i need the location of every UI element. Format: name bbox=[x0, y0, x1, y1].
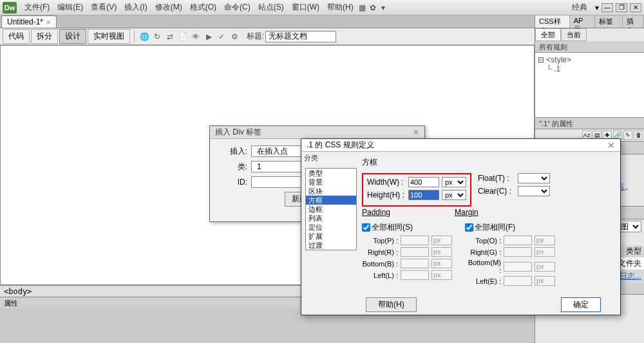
category-list[interactable]: 类型 背景 区块 方框 边框 列表 定位 扩展 过渡 bbox=[305, 168, 357, 250]
tag-path[interactable]: <body> bbox=[4, 287, 32, 296]
menu-view[interactable]: 查看(V) bbox=[87, 1, 120, 14]
cat-box[interactable]: 方框 bbox=[306, 196, 356, 205]
menu-format[interactable]: 格式(O) bbox=[186, 1, 220, 14]
css-rule-close-icon[interactable]: ✕ bbox=[607, 140, 615, 151]
p-top-input[interactable] bbox=[401, 236, 429, 245]
p-left-input[interactable] bbox=[401, 270, 429, 280]
view-live-button[interactable]: 实时视图 bbox=[88, 29, 130, 44]
p-top-label: Top(P) : bbox=[362, 237, 398, 245]
menu-edit[interactable]: 编辑(E) bbox=[53, 1, 87, 14]
document-tab[interactable]: Untitled-1* ✕ bbox=[1, 15, 57, 28]
workspace-dropdown-icon[interactable]: ▾ bbox=[595, 3, 599, 12]
padding-same-checkbox[interactable] bbox=[362, 223, 370, 232]
p-top-unit[interactable]: px bbox=[431, 236, 452, 245]
margin-column: 全部相同(F) Top(O) :px Right(G) :px Bottom(M… bbox=[465, 222, 555, 288]
help-button[interactable]: 帮助(H) bbox=[366, 297, 417, 312]
check-icon[interactable]: ✓ bbox=[216, 31, 227, 42]
css-rule-dialog: .1 的 CSS 规则定义 ✕ 分类 类型 背景 区块 方框 边框 列表 定位 … bbox=[301, 138, 621, 315]
title-label: 标题: bbox=[247, 31, 264, 42]
gear-icon[interactable]: ✿ bbox=[368, 3, 378, 13]
menu-commands[interactable]: 命令(C) bbox=[220, 1, 254, 14]
p-bottom-unit[interactable]: px bbox=[431, 259, 452, 268]
float-select[interactable] bbox=[518, 173, 550, 183]
layout-icon[interactable]: ▦ bbox=[357, 3, 368, 13]
preview-icon[interactable]: ▶ bbox=[203, 31, 214, 42]
tab-css-styles[interactable]: CSS样式 bbox=[535, 15, 570, 28]
tab-label: Untitled-1* bbox=[7, 17, 43, 26]
filter-current-button[interactable]: 当前 bbox=[561, 28, 587, 41]
log-link[interactable]: 日志... bbox=[620, 271, 641, 282]
box-settings-panel: 方框 Width(W) : px Height(H) : px bbox=[357, 152, 620, 293]
menu-window[interactable]: 窗口(W) bbox=[288, 1, 323, 14]
menu-modify[interactable]: 修改(M) bbox=[151, 1, 186, 14]
filter-all-button[interactable]: 全部 bbox=[535, 28, 561, 41]
ok-button[interactable]: 确定 bbox=[561, 297, 601, 312]
clear-label: Clear(C) : bbox=[478, 187, 515, 196]
padding-same-label: 全部相同(S) bbox=[372, 222, 413, 233]
browse-icon[interactable]: 🌐 bbox=[138, 31, 150, 42]
p-left-label: Left(L) : bbox=[362, 272, 398, 279]
nav-icon[interactable]: ⇄ bbox=[164, 31, 176, 42]
m-top-label: Top(O) : bbox=[465, 237, 501, 245]
insert-div-close-icon[interactable]: ✕ bbox=[413, 128, 419, 137]
height-unit-select[interactable]: px bbox=[442, 190, 466, 200]
workspace-label[interactable]: 经典 bbox=[567, 1, 592, 14]
tab-tag-inspector[interactable]: 标签检 bbox=[595, 15, 623, 28]
cat-positioning[interactable]: 定位 bbox=[306, 223, 356, 232]
tree-rule-node[interactable]: └ .1 bbox=[538, 64, 641, 73]
cat-border[interactable]: 边框 bbox=[306, 205, 356, 214]
chevron-down-icon[interactable]: ▾ bbox=[378, 3, 388, 13]
m-top-unit[interactable]: px bbox=[535, 236, 555, 245]
m-right-unit[interactable]: px bbox=[535, 247, 555, 257]
width-unit-select[interactable]: px bbox=[442, 177, 466, 187]
view-design-button[interactable]: 设计 bbox=[59, 29, 86, 44]
cat-type[interactable]: 类型 bbox=[306, 169, 356, 178]
view-split-button[interactable]: 拆分 bbox=[31, 29, 58, 44]
minimize-button[interactable]: — bbox=[601, 3, 613, 12]
maximize-button[interactable]: ❐ bbox=[616, 3, 627, 12]
p-left-unit[interactable]: px bbox=[431, 270, 452, 280]
menu-site[interactable]: 站点(S) bbox=[254, 1, 288, 14]
insert-div-titlebar[interactable]: 插入 Div 标签 ✕ bbox=[210, 126, 424, 139]
height-input[interactable] bbox=[408, 190, 439, 200]
close-button[interactable]: ✕ bbox=[630, 3, 641, 12]
m-bottom-input[interactable] bbox=[504, 262, 532, 272]
padding-heading: Padding bbox=[362, 208, 390, 217]
cat-list[interactable]: 列表 bbox=[306, 214, 356, 223]
cat-transition[interactable]: 过渡 bbox=[306, 241, 356, 250]
prop-icon-5[interactable]: ✎ bbox=[623, 131, 632, 140]
margin-same-checkbox[interactable] bbox=[465, 223, 473, 232]
m-left-unit[interactable]: px bbox=[535, 276, 555, 286]
options-icon[interactable]: ⚙ bbox=[229, 31, 240, 42]
visual-aid-icon[interactable]: 👁 bbox=[190, 31, 202, 42]
m-left-input[interactable] bbox=[504, 276, 532, 286]
tab-close-icon[interactable]: ✕ bbox=[46, 19, 51, 26]
view-code-button[interactable]: 代码 bbox=[3, 29, 30, 44]
p-right-input[interactable] bbox=[401, 247, 429, 257]
cat-extensions[interactable]: 扩展 bbox=[306, 232, 356, 241]
cat-block[interactable]: 区块 bbox=[306, 187, 356, 196]
m-top-input[interactable] bbox=[504, 236, 532, 245]
menu-file[interactable]: 文件(F) bbox=[21, 1, 53, 14]
prop-icon-6[interactable]: 🗑 bbox=[634, 131, 643, 140]
width-height-group: Width(W) : px Height(H) : px bbox=[362, 173, 471, 207]
width-input[interactable] bbox=[408, 177, 439, 187]
p-right-unit[interactable]: px bbox=[431, 247, 452, 257]
tree-style-node[interactable]: ⊟ <style> bbox=[538, 55, 641, 64]
p-bottom-input[interactable] bbox=[401, 259, 429, 268]
rules-tree[interactable]: ⊟ <style> └ .1 bbox=[535, 53, 644, 117]
tab-insert[interactable]: 插入 bbox=[623, 15, 644, 28]
tab-ap-elements[interactable]: AP 元 bbox=[570, 15, 595, 28]
clear-select[interactable] bbox=[518, 186, 550, 196]
refresh-icon[interactable]: ↻ bbox=[151, 31, 163, 42]
toolbar-separator bbox=[134, 31, 135, 42]
m-right-input[interactable] bbox=[504, 247, 532, 257]
m-bottom-unit[interactable]: px bbox=[535, 262, 555, 272]
p-right-label: Right(R) : bbox=[362, 248, 398, 256]
css-rule-titlebar[interactable]: .1 的 CSS 规则定义 ✕ bbox=[301, 139, 620, 152]
cat-background[interactable]: 背景 bbox=[306, 178, 356, 187]
menu-insert[interactable]: 插入(I) bbox=[120, 1, 151, 14]
menu-help[interactable]: 帮助(H) bbox=[323, 1, 357, 14]
document-icon[interactable]: 📄 bbox=[177, 31, 189, 42]
title-input[interactable] bbox=[265, 31, 336, 42]
